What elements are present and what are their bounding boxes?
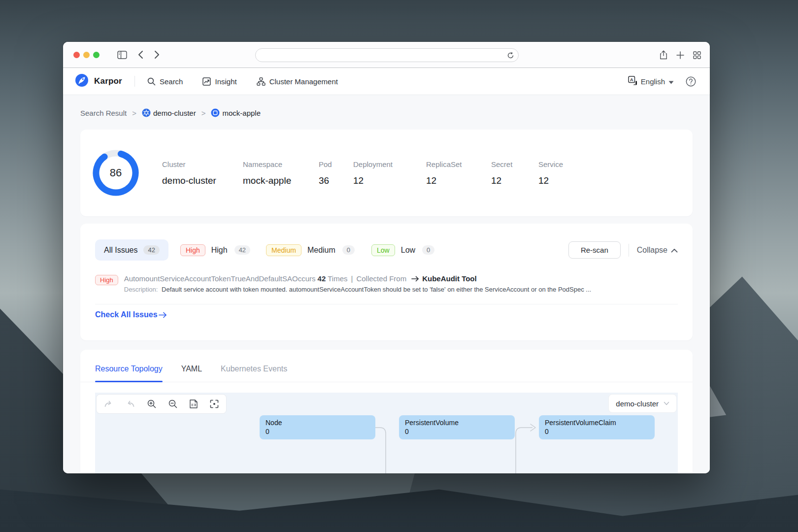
fit-view-icon[interactable] xyxy=(190,399,198,408)
breadcrumb-cluster[interactable]: demo-cluster xyxy=(142,108,196,117)
minimize-window-button[interactable] xyxy=(83,52,90,58)
help-icon[interactable] xyxy=(686,76,696,87)
arrow-right-icon xyxy=(411,276,419,282)
share-icon[interactable] xyxy=(660,50,667,60)
topology-node-persistentvolumeclaim[interactable]: PersistentVolumeClaim 0 xyxy=(539,415,655,439)
issue-description: Description: Default service account wit… xyxy=(124,286,591,293)
nav-item-insight[interactable]: Insight xyxy=(202,77,236,86)
high-severity-tag: High xyxy=(180,244,205,256)
rescan-button[interactable]: Re-scan xyxy=(568,241,621,259)
breadcrumb-separator: > xyxy=(201,109,206,117)
breadcrumb-search-result[interactable]: Search Result xyxy=(80,109,127,117)
kubernetes-icon xyxy=(142,108,151,117)
stat-pod: Pod 36 xyxy=(319,160,353,186)
nav-item-cluster-management[interactable]: Cluster Management xyxy=(257,77,338,86)
nav-item-label: Insight xyxy=(215,77,236,86)
breadcrumb: Search Result > demo-cluster > mock-appl… xyxy=(80,107,693,119)
topology-node-persistentvolume[interactable]: PersistentVolume 0 xyxy=(399,415,515,439)
issues-card: All Issues 42 High High 42 Medium Medium… xyxy=(80,224,693,340)
namespace-icon xyxy=(211,108,220,117)
stat-service: Service 12 xyxy=(538,160,563,186)
low-count-badge: 0 xyxy=(422,245,434,255)
brand[interactable]: Karpor xyxy=(75,73,122,89)
summary-card: 86 Cluster demo-cluster Namespace mock-a… xyxy=(80,130,693,216)
topology-toolbar xyxy=(96,394,227,414)
traffic-lights xyxy=(73,52,100,58)
tab-yaml[interactable]: YAML xyxy=(181,365,202,382)
back-icon[interactable] xyxy=(138,50,143,59)
address-bar[interactable] xyxy=(255,48,519,62)
new-tab-icon[interactable] xyxy=(676,51,684,59)
filter-all-issues[interactable]: All Issues 42 xyxy=(95,239,168,261)
undo-icon[interactable] xyxy=(126,400,135,408)
header-divider xyxy=(134,76,135,87)
filter-divider xyxy=(629,244,629,257)
tab-overview-icon[interactable] xyxy=(693,51,701,59)
stat-deployment: Deployment 12 xyxy=(353,160,426,186)
cluster-select-dropdown[interactable]: demo-cluster xyxy=(608,394,677,413)
zoom-in-icon[interactable] xyxy=(147,399,156,408)
karpor-logo-icon xyxy=(75,73,89,89)
stat-cluster: Cluster demo-cluster xyxy=(162,160,243,186)
breadcrumb-resource-label: mock-apple xyxy=(222,109,261,117)
issues-filter-row: All Issues 42 High High 42 Medium Medium… xyxy=(95,239,678,261)
medium-count-badge: 0 xyxy=(342,245,355,255)
search-icon xyxy=(147,77,156,86)
language-label: English xyxy=(641,77,665,86)
low-severity-tag: Low xyxy=(371,244,395,256)
nav-item-search[interactable]: Search xyxy=(147,77,183,86)
topology-canvas[interactable]: demo-cluster Node 0 PersistentVolume 0 xyxy=(95,393,678,473)
check-all-issues-link[interactable]: Check All Issues xyxy=(95,310,167,319)
health-score-value: 86 xyxy=(93,150,139,196)
high-count-badge: 42 xyxy=(234,245,250,255)
resource-detail-card: Resource Topology YAML Kubernetes Events xyxy=(80,350,693,473)
health-score-ring: 86 xyxy=(93,150,139,196)
summary-stats: Cluster demo-cluster Namespace mock-appl… xyxy=(162,160,563,186)
reload-icon[interactable] xyxy=(507,52,514,59)
tab-kubernetes-events[interactable]: Kubernetes Events xyxy=(221,365,287,382)
center-focus-icon[interactable] xyxy=(210,399,219,408)
cluster-hierarchy-icon xyxy=(257,77,266,86)
insight-chart-icon xyxy=(202,77,211,86)
chrome-actions xyxy=(660,42,701,68)
all-issues-count-badge: 42 xyxy=(143,245,159,255)
page-content: Search Result > demo-cluster > mock-appl… xyxy=(63,95,710,473)
breadcrumb-separator: > xyxy=(132,109,136,117)
translate-icon: A xyxy=(628,76,637,87)
nav-item-label: Search xyxy=(160,77,183,86)
browser-chrome xyxy=(63,42,710,68)
forward-icon[interactable] xyxy=(154,50,160,59)
nav-item-label: Cluster Management xyxy=(269,77,338,86)
breadcrumb-cluster-label: demo-cluster xyxy=(153,109,196,117)
redo-icon[interactable] xyxy=(104,400,113,408)
tab-resource-topology[interactable]: Resource Topology xyxy=(95,365,163,382)
filter-medium[interactable]: Medium Medium 0 xyxy=(266,244,355,256)
issue-severity-tag: High xyxy=(95,275,118,285)
stat-namespace: Namespace mock-apple xyxy=(243,160,319,186)
filter-low[interactable]: Low Low 0 xyxy=(371,244,434,256)
medium-severity-tag: Medium xyxy=(266,244,301,256)
close-window-button[interactable] xyxy=(73,52,80,58)
topology-node-node[interactable]: Node 0 xyxy=(260,415,375,439)
arrow-right-icon xyxy=(159,312,167,318)
issue-occurs-count: 42 xyxy=(316,274,328,283)
issue-row[interactable]: High AutomountServiceAccountTokenTrueAnd… xyxy=(95,274,678,293)
chevron-down-icon xyxy=(664,401,669,405)
stat-secret: Secret 12 xyxy=(491,160,538,186)
zoom-out-icon[interactable] xyxy=(168,399,177,408)
collapse-toggle[interactable]: Collapse xyxy=(637,246,678,255)
zoom-window-button[interactable] xyxy=(93,52,100,58)
brand-name: Karpor xyxy=(94,76,122,86)
sidebar-toggle-icon[interactable] xyxy=(117,51,127,59)
browser-window: Karpor Search Insight xyxy=(63,42,710,473)
detail-tabs: Resource Topology YAML Kubernetes Events xyxy=(80,365,693,382)
chevron-up-icon xyxy=(671,246,678,255)
main-nav: Search Insight Cluster Management xyxy=(147,77,338,86)
history-nav xyxy=(138,50,160,59)
breadcrumb-resource[interactable]: mock-apple xyxy=(211,108,261,117)
chevron-down-icon xyxy=(668,77,674,86)
app-header: Karpor Search Insight xyxy=(63,68,710,95)
stat-replicaset: ReplicaSet 12 xyxy=(426,160,491,186)
filter-high[interactable]: High High 42 xyxy=(180,244,250,256)
language-selector[interactable]: A English xyxy=(628,76,674,87)
